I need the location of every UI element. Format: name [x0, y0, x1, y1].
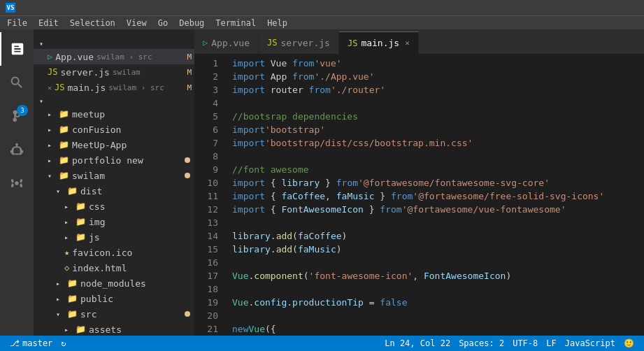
code-line-8 [232, 150, 644, 163]
code-line-11: import { faCoffee, faMusic } from '@fort… [232, 189, 644, 203]
folder-icon: 📁 [59, 109, 69, 119]
tab-serverjs[interactable]: JS server.js [259, 31, 339, 54]
line-col-status[interactable]: Ln 24, Col 22 [380, 338, 455, 348]
code-line-15: library.add(faMusic) [232, 243, 644, 256]
folder-icon: 📁 [59, 124, 69, 134]
folder-icon: 📁 [76, 201, 86, 211]
activity-bar: 3 [0, 29, 34, 336]
close-icon: ✕ [48, 84, 52, 92]
chevron-right-icon: ▸ [48, 141, 56, 149]
encoding-status[interactable]: UTF-8 [508, 338, 542, 348]
feedback-status[interactable]: 🙂 [620, 338, 638, 348]
favicon-icon: ★ [64, 248, 69, 257]
sidebar-title [34, 29, 194, 38]
js-tab-icon: JS [267, 38, 277, 48]
folder-meetupapp[interactable]: ▸ 📁 MeetUp-App [34, 137, 194, 152]
line-number-8: 8 [194, 150, 218, 163]
open-editor-serverjs[interactable]: JS server.js swilam M [34, 64, 194, 80]
code-line-18 [232, 282, 644, 296]
vue-icon: ▷ [48, 52, 52, 62]
folder-confusion[interactable]: ▸ 📁 conFusion [34, 122, 194, 137]
tab-appvue[interactable]: ▷ App.vue [194, 31, 259, 54]
tab-close-button[interactable]: ✕ [405, 38, 410, 48]
line-ending-status[interactable]: LF [542, 338, 560, 348]
folder-icon: 📁 [67, 294, 78, 303]
chevron-down-icon: ▾ [39, 39, 48, 48]
sync-status[interactable]: ↻ [57, 338, 70, 348]
line-number-15: 15 [194, 243, 218, 256]
folder-css[interactable]: ▸ 📁 css [34, 199, 194, 214]
line-number-18: 18 [194, 282, 218, 296]
status-bar: ⎇ master ↻ Ln 24, Col 22 Spaces: 2 UTF-8… [0, 336, 644, 351]
folder-public[interactable]: ▸ 📁 public [34, 291, 194, 306]
code-line-21: new Vue({ [232, 322, 644, 336]
js-icon: JS [48, 67, 57, 77]
code-line-20 [232, 309, 644, 322]
line-number-9: 9 [194, 163, 218, 176]
git-branch-icon: ⎇ [10, 338, 20, 348]
file-favicon[interactable]: ★ favicon.ico [34, 245, 194, 260]
chevron-right-icon: ▸ [64, 325, 73, 334]
open-editor-mainjs[interactable]: ✕ JS main.js swilam › src M [34, 80, 194, 95]
line-numbers: 1234567891011121314151617181920212223242… [194, 54, 229, 336]
chevron-right-icon: ▸ [64, 233, 73, 241]
tab-bar: ▷ App.vue JS server.js JS main.js ✕ [194, 29, 644, 54]
folder-icon: 📁 [67, 309, 78, 319]
code-line-1: import Vue from 'vue' [232, 57, 644, 70]
open-editor-appvue[interactable]: ▷ App.vue swilam › src M [34, 49, 194, 64]
file-indexhtml[interactable]: ◇ index.html [34, 260, 194, 275]
folder-img[interactable]: ▸ 📁 img [34, 214, 194, 229]
workspace-section[interactable]: ▾ [34, 95, 194, 106]
folder-icon: 📁 [59, 140, 69, 150]
folder-js[interactable]: ▸ 📁 js [34, 229, 194, 245]
code-content[interactable]: import Vue from 'vue'import App from './… [229, 54, 644, 336]
line-number-1: 1 [194, 57, 218, 70]
chevron-down-icon: ▾ [48, 171, 56, 180]
line-number-3: 3 [194, 83, 218, 96]
folder-meetup[interactable]: ▸ 📁 meetup [34, 106, 194, 122]
chevron-right-icon: ▸ [48, 110, 56, 118]
folder-portfolio[interactable]: ▸ 📁 portfolio new [34, 152, 194, 168]
file-tree: ▸ 📁 meetup ▸ 📁 conFusion ▸ 📁 MeetUp-App … [34, 106, 194, 336]
chevron-right-icon: ▸ [48, 156, 56, 164]
activity-source-control[interactable]: 3 [0, 99, 34, 133]
activity-search[interactable] [0, 66, 34, 99]
editor-area: ▷ App.vue JS server.js JS main.js ✕ 1234… [194, 29, 644, 336]
menu-item-view[interactable]: View [121, 16, 152, 29]
chevron-down-icon: ▾ [56, 187, 64, 195]
chevron-right-icon: ▸ [64, 217, 73, 226]
activity-explorer[interactable] [0, 32, 34, 66]
menu-item-help[interactable]: Help [262, 16, 293, 29]
folder-src[interactable]: ▾ 📁 src [34, 306, 194, 322]
open-editors-section[interactable]: ▾ [34, 38, 194, 49]
menu-item-edit[interactable]: Edit [33, 16, 64, 29]
menu-item-go[interactable]: Go [152, 16, 173, 29]
menu-item-terminal[interactable]: Terminal [210, 16, 262, 29]
menu-item-debug[interactable]: Debug [173, 16, 210, 29]
code-line-4 [232, 96, 644, 110]
menu-item-selection[interactable]: Selection [64, 16, 121, 29]
modified-dot [185, 173, 190, 178]
menu-item-file[interactable]: File [1, 16, 33, 29]
folder-swilam[interactable]: ▾ 📁 swilam [34, 168, 194, 183]
line-number-19: 19 [194, 296, 218, 309]
code-area[interactable]: 1234567891011121314151617181920212223242… [194, 54, 644, 336]
tab-mainjs[interactable]: JS main.js ✕ [339, 31, 419, 54]
folder-assets[interactable]: ▸ 📁 assets [34, 322, 194, 336]
spaces-status[interactable]: Spaces: 2 [455, 338, 508, 348]
folder-dist[interactable]: ▾ 📁 dist [34, 183, 194, 199]
folder-icon: 📁 [76, 232, 86, 242]
modified-dot [185, 311, 190, 317]
language-mode-status[interactable]: JavaScript [561, 338, 620, 348]
code-line-12: import { FontAwesomeIcon } from '@fortaw… [232, 203, 644, 216]
folder-icon: 📁 [59, 171, 69, 180]
js-icon: JS [55, 83, 64, 92]
folder-icon: 📁 [76, 217, 86, 227]
folder-node-modules[interactable]: ▸ 📁 node_modules [34, 275, 194, 291]
git-branch-status[interactable]: ⎇ master [6, 338, 57, 348]
code-line-6: import 'bootstrap' [232, 123, 644, 136]
line-number-2: 2 [194, 70, 218, 83]
code-line-10: import { library } from '@fortawesome/fo… [232, 176, 644, 189]
activity-debug[interactable] [0, 133, 34, 166]
activity-extensions[interactable] [0, 166, 34, 200]
